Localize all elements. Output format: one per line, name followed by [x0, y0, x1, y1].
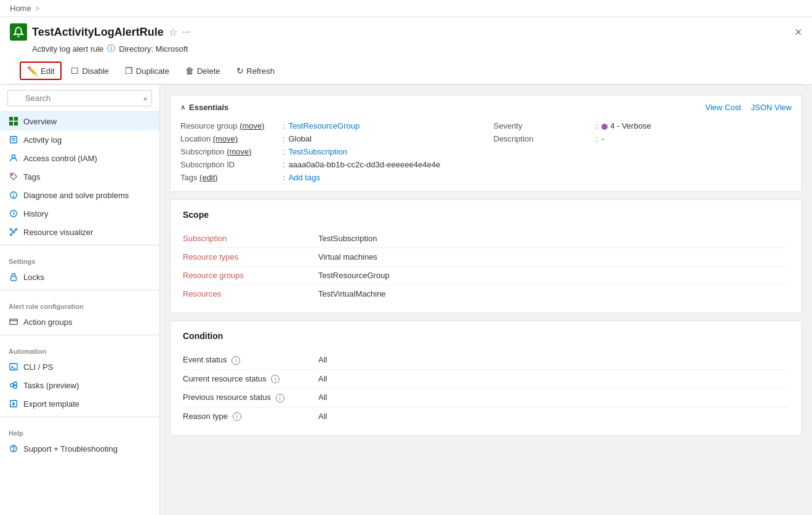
sidebar-item-overview-label: Overview — [23, 117, 57, 126]
svg-rect-0 — [9, 117, 13, 121]
sidebar-item-access-control[interactable]: Access control (IAM) — [0, 149, 159, 167]
svg-point-26 — [14, 382, 17, 385]
scope-card-title: Scope — [183, 210, 789, 220]
add-tags-link[interactable]: Add tags — [289, 173, 320, 182]
sidebar-search-container: « — [0, 85, 159, 112]
view-cost-link[interactable]: View Cost — [705, 103, 741, 112]
scope-resource-types-row: Resource types Virtual machines — [183, 248, 789, 266]
condition-current-resource-value: All — [318, 374, 327, 383]
scope-resource-groups-row: Resource groups TestResourceGroup — [183, 266, 789, 285]
description-value: - — [601, 134, 604, 143]
breadcrumb-sep: > — [35, 4, 40, 13]
automation-section-label: Automation — [0, 339, 159, 357]
sidebar-item-overview[interactable]: Overview — [0, 112, 159, 130]
sidebar-item-export-label: Export template — [23, 399, 79, 409]
svg-rect-23 — [10, 364, 17, 370]
scope-card: Scope Subscription TestSubscription Reso… — [170, 199, 802, 313]
sidebar-item-tasks[interactable]: Tasks (preview) — [0, 376, 159, 394]
svg-line-17 — [12, 230, 14, 232]
essentials-section: ∧ Essentials View Cost JSON View Resourc… — [170, 95, 802, 192]
resource-header: TestActivityLogAlertRule ☆ ··· ✕ Activit… — [0, 17, 812, 85]
condition-event-status-row: Event status i All — [183, 351, 789, 370]
sidebar-item-cli-ps[interactable]: CLI / PS — [0, 357, 159, 376]
edit-button[interactable]: ✏️ Edit — [20, 62, 62, 80]
svg-rect-21 — [10, 319, 17, 325]
svg-rect-3 — [14, 122, 18, 126]
star-icon[interactable]: ☆ — [169, 26, 177, 38]
resource-type-label: Activity log alert rule — [32, 44, 103, 54]
refresh-button[interactable]: ↻ Refresh — [230, 62, 282, 79]
condition-previous-resource-label: Previous resource status i — [183, 393, 318, 402]
main-layout: « Overview Activity log Access control (… — [0, 85, 812, 515]
sidebar-item-history-label: History — [23, 209, 48, 218]
scope-resource-types-label: Resource types — [183, 252, 318, 261]
sidebar-item-history[interactable]: History — [0, 204, 159, 223]
close-icon[interactable]: ✕ — [794, 26, 802, 38]
tags-icon — [9, 172, 18, 182]
sidebar-item-activity-log[interactable]: Activity log — [0, 130, 159, 149]
tags-label: Tags (edit) — [180, 173, 279, 182]
sidebar-item-tasks-label: Tasks (preview) — [23, 381, 79, 390]
reason-type-info-icon[interactable]: i — [233, 412, 241, 421]
condition-event-status-value: All — [318, 355, 327, 364]
disable-icon: ☐ — [71, 66, 79, 76]
condition-reason-type-value: All — [318, 412, 327, 421]
resource-group-move-link[interactable]: (move) — [239, 121, 264, 130]
sidebar-item-access-control-label: Access control (IAM) — [23, 154, 97, 163]
resource-subtitle: Activity log alert rule ⓘ Directory: Mic… — [10, 43, 802, 54]
resource-group-value[interactable]: TestResourceGroup — [289, 121, 360, 130]
current-resource-info-icon[interactable]: i — [271, 375, 279, 383]
event-status-info-icon[interactable]: i — [231, 356, 240, 365]
tasks-icon — [9, 380, 18, 390]
essentials-title-label: Essentials — [189, 103, 228, 112]
info-icon[interactable]: ⓘ — [107, 43, 115, 54]
svg-point-11 — [14, 196, 14, 197]
locks-icon — [9, 272, 18, 282]
sidebar-item-diagnose[interactable]: Diagnose and solve problems — [0, 186, 159, 204]
essentials-caret: ∧ — [180, 103, 185, 111]
collapse-sidebar-icon[interactable]: « — [143, 95, 147, 102]
condition-current-resource-label: Current resource status i — [183, 374, 318, 384]
history-icon — [9, 209, 18, 218]
export-icon — [9, 399, 18, 409]
top-bar: Home > — [0, 0, 812, 17]
severity-value: 4 - Verbose — [601, 121, 651, 130]
search-input[interactable] — [7, 90, 152, 106]
duplicate-button[interactable]: ❐ Duplicate — [118, 62, 176, 79]
location-move-link[interactable]: (move) — [213, 134, 238, 143]
svg-point-8 — [12, 175, 13, 176]
sidebar-item-locks[interactable]: Locks — [0, 268, 159, 286]
sidebar-item-resource-visualizer-label: Resource visualizer — [23, 228, 93, 237]
scope-resource-groups-value: TestResourceGroup — [318, 271, 390, 280]
previous-resource-info-icon[interactable]: i — [276, 394, 284, 402]
sidebar-item-support[interactable]: Support + Troubleshooting — [0, 439, 159, 458]
breadcrumb-home[interactable]: Home — [10, 4, 31, 13]
json-view-link[interactable]: JSON View — [751, 103, 792, 112]
alert-section-label: Alert rule configuration — [0, 294, 159, 313]
more-options-icon[interactable]: ··· — [182, 26, 190, 38]
scope-subscription-row: Subscription TestSubscription — [183, 230, 789, 248]
scope-resources-row: Resources TestVirtualMachine — [183, 285, 789, 303]
resource-title: TestActivityLogAlertRule — [32, 26, 164, 39]
visualizer-icon — [9, 227, 18, 237]
tags-edit-link[interactable]: (edit) — [199, 173, 218, 182]
sidebar-item-support-label: Support + Troubleshooting — [23, 444, 118, 453]
severity-label: Severity — [494, 121, 592, 130]
directory-label: Directory: Microsoft — [119, 44, 188, 54]
support-icon — [9, 444, 18, 453]
condition-reason-type-label: Reason type i — [183, 412, 318, 421]
sidebar-item-export[interactable]: Export template — [0, 394, 159, 413]
condition-current-resource-row: Current resource status i All — [183, 370, 789, 389]
sidebar-item-tags[interactable]: Tags — [0, 167, 159, 186]
sidebar-item-action-groups[interactable]: Action groups — [0, 313, 159, 331]
sidebar-item-resource-visualizer[interactable]: Resource visualizer — [0, 223, 159, 241]
disable-button[interactable]: ☐ Disable — [64, 62, 115, 79]
delete-button[interactable]: 🗑 Delete — [179, 62, 227, 79]
description-label: Description — [494, 134, 592, 143]
subscription-move-link[interactable]: (move) — [227, 147, 251, 156]
location-value: Global — [289, 134, 312, 143]
sidebar-item-tags-label: Tags — [23, 172, 40, 182]
subscription-value[interactable]: TestSubscription — [289, 147, 347, 156]
location-label: Location (move) — [180, 134, 279, 143]
condition-reason-type-row: Reason type i All — [183, 407, 789, 426]
